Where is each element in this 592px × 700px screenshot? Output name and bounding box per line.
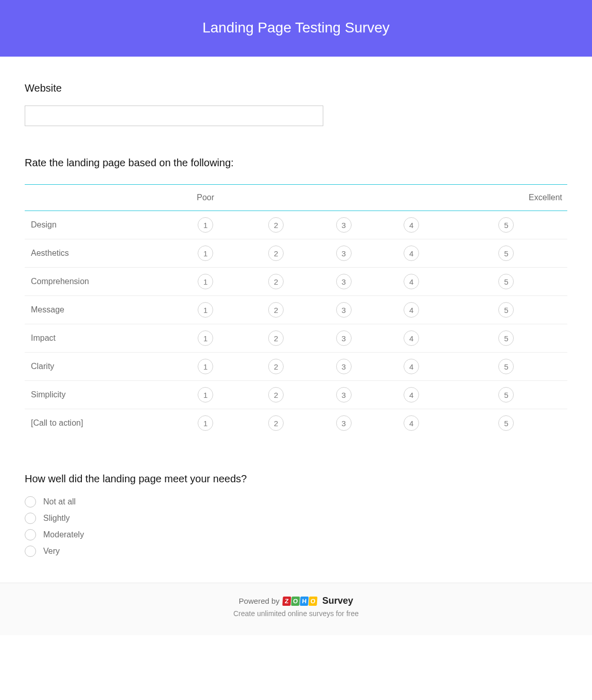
q1-label: Website	[25, 82, 567, 94]
rating-option[interactable]: 4	[404, 217, 419, 233]
survey-body: Website Rate the landing page based on t…	[0, 57, 592, 583]
matrix-cell: 2	[242, 381, 310, 409]
radio-item[interactable]: Very	[25, 546, 567, 557]
website-input[interactable]	[25, 106, 323, 126]
matrix-row-label: Simplicity	[25, 381, 169, 409]
rating-option[interactable]: 3	[336, 359, 352, 374]
matrix-cell: 4	[377, 239, 445, 268]
rating-option[interactable]: 5	[498, 246, 514, 261]
footer: Powered by Z O H O Survey Create unlimit…	[0, 583, 592, 635]
q3-options: Not at allSlightlyModeratelyVery	[25, 496, 567, 557]
footer-brand-line[interactable]: Powered by Z O H O Survey	[0, 596, 592, 606]
matrix-cell: 4	[377, 268, 445, 296]
radio-item[interactable]: Moderately	[25, 529, 567, 540]
matrix-cell: 2	[242, 324, 310, 353]
survey-header: Landing Page Testing Survey	[0, 0, 592, 57]
rating-option[interactable]: 4	[404, 246, 419, 261]
rating-option[interactable]: 3	[336, 274, 352, 289]
matrix-row: Clarity12345	[25, 353, 567, 381]
rating-option[interactable]: 1	[198, 415, 213, 431]
matrix-row: Aesthetics12345	[25, 239, 567, 268]
rating-option[interactable]: 2	[268, 302, 284, 318]
matrix-cell: 2	[242, 353, 310, 381]
rating-option[interactable]: 1	[198, 330, 213, 346]
rating-option[interactable]: 2	[268, 387, 284, 402]
matrix-row: Comprehension12345	[25, 268, 567, 296]
rating-option[interactable]: 5	[498, 387, 514, 402]
rating-option[interactable]: 3	[336, 330, 352, 346]
rating-matrix: Poor Excellent Design12345Aesthetics1234…	[25, 184, 567, 437]
matrix-cell: 4	[377, 211, 445, 239]
zoho-letter-h: H	[300, 597, 308, 606]
rating-option[interactable]: 1	[198, 274, 213, 289]
radio-label: Not at all	[43, 497, 76, 506]
rating-option[interactable]: 4	[404, 330, 419, 346]
radio-item[interactable]: Slightly	[25, 513, 567, 524]
rating-option[interactable]: 3	[336, 302, 352, 318]
scale-col-2	[242, 185, 310, 211]
matrix-row: Message12345	[25, 296, 567, 324]
matrix-cell: 1	[169, 409, 242, 437]
radio-button[interactable]	[25, 529, 36, 540]
rating-option[interactable]: 2	[268, 330, 284, 346]
radio-button[interactable]	[25, 546, 36, 557]
rating-option[interactable]: 1	[198, 246, 213, 261]
matrix-row-label: Comprehension	[25, 268, 169, 296]
matrix-cell: 1	[169, 268, 242, 296]
matrix-cell: 3	[310, 381, 378, 409]
rating-option[interactable]: 2	[268, 274, 284, 289]
radio-button[interactable]	[25, 496, 36, 507]
rating-option[interactable]: 4	[404, 387, 419, 402]
q2-label: Rate the landing page based on the follo…	[25, 157, 567, 169]
matrix-row-label: Clarity	[25, 353, 169, 381]
rating-option[interactable]: 1	[198, 359, 213, 374]
rating-option[interactable]: 2	[268, 359, 284, 374]
matrix-corner	[25, 185, 169, 211]
radio-label: Very	[43, 547, 60, 556]
matrix-row-label: Design	[25, 211, 169, 239]
matrix-header-row: Poor Excellent	[25, 185, 567, 211]
matrix-cell: 4	[377, 409, 445, 437]
rating-option[interactable]: 5	[498, 330, 514, 346]
rating-option[interactable]: 5	[498, 274, 514, 289]
matrix-row: [Call to action]12345	[25, 409, 567, 437]
rating-option[interactable]: 1	[198, 387, 213, 402]
rating-option[interactable]: 4	[404, 359, 419, 374]
radio-item[interactable]: Not at all	[25, 496, 567, 507]
rating-option[interactable]: 2	[268, 246, 284, 261]
rating-option[interactable]: 5	[498, 217, 514, 233]
rating-option[interactable]: 5	[498, 415, 514, 431]
matrix-cell: 3	[310, 268, 378, 296]
matrix-cell: 5	[445, 268, 567, 296]
scale-col-4	[377, 185, 445, 211]
rating-option[interactable]: 3	[336, 387, 352, 402]
matrix-cell: 3	[310, 211, 378, 239]
rating-option[interactable]: 4	[404, 274, 419, 289]
matrix-cell: 1	[169, 353, 242, 381]
matrix-cell: 3	[310, 353, 378, 381]
page-title: Landing Page Testing Survey	[0, 20, 592, 36]
powered-by-text: Powered by	[239, 597, 280, 605]
rating-option[interactable]: 2	[268, 217, 284, 233]
radio-label: Slightly	[43, 514, 70, 523]
zoho-letter-z: Z	[282, 597, 291, 606]
rating-option[interactable]: 1	[198, 217, 213, 233]
matrix-cell: 2	[242, 296, 310, 324]
matrix-cell: 5	[445, 381, 567, 409]
matrix-cell: 4	[377, 324, 445, 353]
rating-option[interactable]: 3	[336, 415, 352, 431]
rating-option[interactable]: 3	[336, 246, 352, 261]
zoho-letter-o2: O	[308, 597, 317, 606]
matrix-row-label: Impact	[25, 324, 169, 353]
rating-option[interactable]: 4	[404, 415, 419, 431]
rating-option[interactable]: 1	[198, 302, 213, 318]
rating-option[interactable]: 5	[498, 359, 514, 374]
rating-option[interactable]: 3	[336, 217, 352, 233]
rating-option[interactable]: 5	[498, 302, 514, 318]
q3-label: How well did the landing page meet your …	[25, 473, 567, 485]
matrix-cell: 5	[445, 353, 567, 381]
rating-option[interactable]: 4	[404, 302, 419, 318]
rating-option[interactable]: 2	[268, 415, 284, 431]
matrix-cell: 1	[169, 381, 242, 409]
radio-button[interactable]	[25, 513, 36, 524]
